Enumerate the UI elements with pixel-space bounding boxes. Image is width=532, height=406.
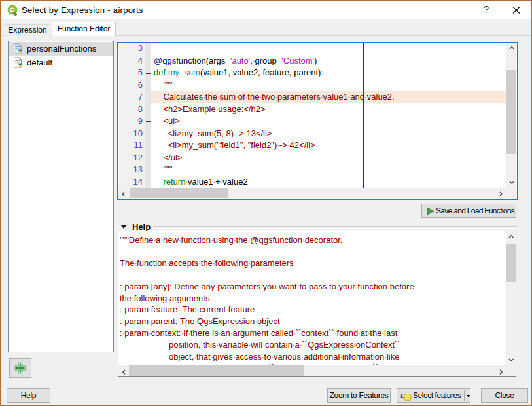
help-hscroll-thumb[interactable] bbox=[129, 365, 304, 376]
tab-expression[interactable]: Expression bbox=[5, 24, 50, 36]
collapse-triangle-icon bbox=[120, 225, 127, 229]
close-icon bbox=[509, 3, 523, 17]
scroll-arrow-left-icon bbox=[121, 369, 128, 375]
titlebar-help-button[interactable]: ? bbox=[480, 3, 493, 17]
line-number: 12 bbox=[118, 152, 143, 164]
help-line: :·param·[any]:·Define·any·parameters·you… bbox=[120, 281, 506, 293]
help-line: """Define·a·new·function·using·the·@qgsf… bbox=[120, 234, 506, 246]
code-line-14: return·value1·+·value2 bbox=[154, 176, 506, 188]
chevron-down-icon[interactable] bbox=[467, 395, 470, 397]
code-editor[interactable]: 34567891011121314@qgsfunction(args='auto… bbox=[117, 42, 518, 200]
new-file-button[interactable] bbox=[9, 358, 31, 378]
file-list-item-personalFunctions[interactable]: personalFunctions bbox=[9, 42, 113, 56]
line-number: 9 bbox=[118, 115, 143, 128]
code-line-6: """ bbox=[154, 79, 506, 92]
zoom-to-features-button[interactable]: Zoom to Features bbox=[327, 388, 391, 403]
line-number: 14 bbox=[118, 176, 143, 189]
code-line-5: def·my_sum(value1,·value2,·feature,·pare… bbox=[154, 67, 506, 79]
line-number: 10 bbox=[118, 128, 143, 140]
help-line: The·function·accepts·the·following·param… bbox=[120, 257, 506, 269]
titlebar-close-button[interactable] bbox=[509, 3, 523, 17]
editor-hscroll-thumb[interactable] bbox=[130, 188, 228, 198]
plus-icon bbox=[14, 362, 26, 374]
help-button[interactable]: Help bbox=[7, 388, 50, 403]
file-item-label: personalFunctions bbox=[27, 44, 96, 54]
qgis-logo-icon bbox=[7, 5, 18, 16]
help-text-area: """Define·a·new·function·using·the·@qgsf… bbox=[118, 231, 506, 365]
fold-margin bbox=[145, 43, 151, 188]
line-number: 8 bbox=[118, 103, 143, 116]
window-title: Select by Expression - airports bbox=[22, 5, 143, 15]
line-number: 5 bbox=[118, 67, 143, 79]
scroll-arrow-up-icon bbox=[508, 45, 515, 52]
select-button-separator bbox=[464, 390, 465, 401]
line-number: 4 bbox=[118, 55, 143, 67]
help-vscrollbar[interactable] bbox=[506, 231, 516, 365]
editor-vscroll-thumb[interactable] bbox=[506, 70, 516, 154]
dialog-select-by-expression: Select by Expression - airports ? Expres… bbox=[0, 0, 532, 406]
window-border-left bbox=[0, 0, 1, 406]
file-list-item-default[interactable]: default bbox=[9, 56, 113, 69]
line-number: 7 bbox=[118, 91, 143, 103]
code-editor-inner: 34567891011121314@qgsfunction(args='auto… bbox=[118, 43, 516, 198]
code-line-9: <ul> bbox=[154, 115, 506, 128]
select-features-label: Select features bbox=[413, 390, 461, 401]
code-line-8: <h2>Example·usage:</h2> bbox=[154, 103, 506, 116]
play-icon bbox=[427, 207, 434, 215]
scroll-arrow-left-icon bbox=[120, 191, 127, 197]
line-number: 3 bbox=[118, 43, 143, 55]
scroll-arrow-up-icon bbox=[508, 234, 514, 240]
editor-vscrollbar[interactable] bbox=[506, 43, 516, 188]
help-line: :·param·parent:·The·QgsExpression·object bbox=[120, 316, 506, 327]
help-vscroll-thumb[interactable] bbox=[506, 244, 516, 282]
code-line-10: <li>my_sum(5,·8)·->·13</li> bbox=[154, 128, 506, 140]
help-line: object,·that·gives·access·to·various·add… bbox=[120, 351, 506, 363]
help-line: :·param·context:·If·there·is·an·argument… bbox=[120, 327, 506, 339]
code-line-3 bbox=[154, 43, 506, 55]
python-file-icon bbox=[12, 57, 23, 68]
fold-marker-icon[interactable] bbox=[146, 121, 151, 122]
code-text-area[interactable]: @qgsfunction(args='auto',·group='Custom'… bbox=[151, 43, 506, 188]
tab-function-editor[interactable]: Function Editor bbox=[52, 22, 116, 36]
title-bar: Select by Expression - airports ? bbox=[1, 1, 531, 19]
help-hscrollbar[interactable] bbox=[118, 365, 506, 376]
line-number-margin: 34567891011121314 bbox=[119, 43, 145, 188]
save-button-label: Save and Load Functions bbox=[436, 204, 514, 217]
code-line-4: @qgsfunction(args='auto',·group='Custom'… bbox=[154, 55, 506, 67]
python-file-icon bbox=[12, 43, 23, 54]
editor-hscrollbar[interactable] bbox=[118, 188, 506, 198]
save-and-load-functions-button[interactable]: Save and Load Functions bbox=[421, 204, 516, 218]
scroll-arrow-right-icon bbox=[498, 369, 505, 375]
line-number: 6 bbox=[118, 79, 143, 92]
expression-select-icon: ε bbox=[400, 390, 412, 401]
code-line-11: <li>my_sum("field1",·"field2")·->·42</li… bbox=[154, 139, 506, 152]
file-item-label: default bbox=[27, 58, 52, 67]
code-line-13: """ bbox=[154, 164, 506, 176]
close-button[interactable]: Close bbox=[481, 388, 528, 403]
line-number: 11 bbox=[118, 139, 143, 152]
scroll-arrow-right-icon bbox=[498, 191, 505, 197]
help-line: the·following·arguments. bbox=[120, 293, 506, 304]
help-line bbox=[120, 269, 506, 281]
help-line: position,·this·variable·will·contain·a·`… bbox=[120, 339, 506, 351]
help-line bbox=[120, 246, 506, 257]
select-features-button[interactable]: ε Select features bbox=[397, 388, 470, 403]
help-viewer: """Define·a·new·function·using·the·@qgsf… bbox=[118, 231, 516, 377]
help-group-line bbox=[153, 226, 517, 229]
code-line-12: </ul> bbox=[154, 152, 506, 164]
window-border-top bbox=[0, 0, 532, 1]
scroll-corner bbox=[506, 188, 516, 198]
function-files-list: personalFunctionsdefault bbox=[8, 41, 114, 352]
help-line: :·param·feature:·The·current·feature bbox=[120, 304, 506, 316]
scroll-corner bbox=[506, 365, 516, 376]
code-line-7: Calculates·the·sum·of·the·two·parameters… bbox=[154, 91, 506, 103]
scroll-arrow-down-icon bbox=[508, 179, 515, 186]
scroll-arrow-down-icon bbox=[508, 357, 514, 363]
line-number: 13 bbox=[118, 164, 143, 176]
fold-marker-icon[interactable] bbox=[146, 73, 151, 74]
